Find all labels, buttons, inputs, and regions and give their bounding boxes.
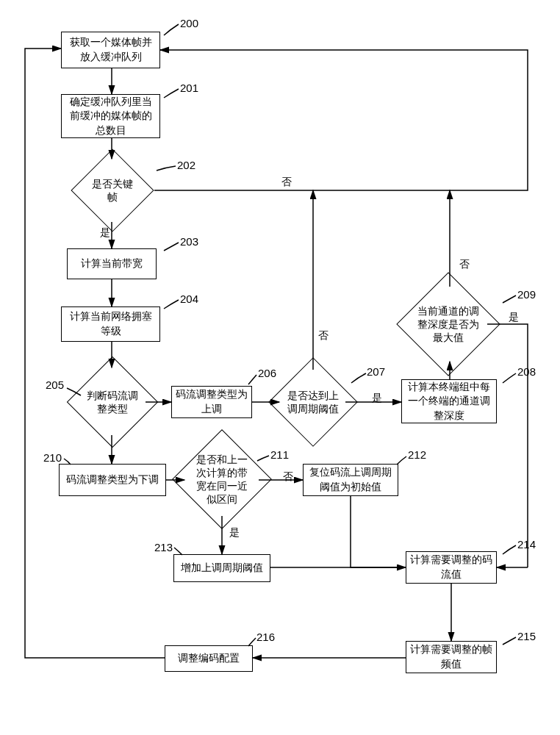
node-215: 计算需要调整的帧频值 <box>406 641 497 673</box>
node-216: 调整编码配置 <box>165 645 253 672</box>
callout-213: 213 <box>154 541 173 553</box>
label-209-no: 否 <box>459 258 470 271</box>
node-213-text: 增加上调周期阈值 <box>181 561 263 576</box>
node-210-text: 码流调整类型为下调 <box>66 473 159 487</box>
callout-209: 209 <box>517 288 536 301</box>
callout-200: 200 <box>180 17 198 29</box>
node-212-text: 复位码流上调周期阈值为初始值 <box>306 465 395 494</box>
label-211-no: 否 <box>283 470 293 484</box>
callout-202: 202 <box>177 159 195 171</box>
node-214: 计算需要调整的码流值 <box>406 551 497 584</box>
flowchart-canvas: 获取一个媒体帧并放入缓冲队列 确定缓冲队列里当前缓冲的媒体帧的总数目 是否关键帧… <box>0 0 560 735</box>
callout-207: 207 <box>367 365 385 378</box>
node-203: 计算当前带宽 <box>67 248 157 279</box>
callout-201: 201 <box>180 82 198 94</box>
node-205-text: 判断码流调整类型 <box>80 389 145 415</box>
node-201: 确定缓冲队列里当前缓冲的媒体帧的总数目 <box>61 94 160 138</box>
callout-216: 216 <box>256 631 275 643</box>
node-215-text: 计算需要调整的帧频值 <box>409 642 493 671</box>
node-216-text: 调整编码配置 <box>178 651 240 666</box>
node-206: 码流调整类型为上调 <box>171 386 252 418</box>
node-201-text: 确定缓冲队列里当前缓冲的媒体帧的总数目 <box>65 95 157 138</box>
node-202-text: 是否关键帧 <box>83 177 142 204</box>
node-208-text: 计算本终端组中每一个终端的通道调整深度 <box>405 380 493 423</box>
node-212: 复位码流上调周期阈值为初始值 <box>303 464 398 496</box>
label-207-no: 否 <box>318 329 329 343</box>
callout-203: 203 <box>180 235 198 248</box>
node-200-text: 获取一个媒体帧并放入缓冲队列 <box>65 35 157 64</box>
node-209-text: 当前通道的调整深度是否为最大值 <box>412 304 485 345</box>
node-202: 是否关键帧 <box>83 161 142 220</box>
node-207: 是否达到上调周期阈值 <box>281 370 345 434</box>
node-207-text: 是否达到上调周期阈值 <box>281 389 345 415</box>
node-211-text: 是否和上一次计算的带宽在同一近似区间 <box>187 453 257 506</box>
callout-210: 210 <box>43 451 62 464</box>
node-211: 是否和上一次计算的带宽在同一近似区间 <box>187 444 257 514</box>
node-200: 获取一个媒体帧并放入缓冲队列 <box>61 32 160 68</box>
node-205: 判断码流调整类型 <box>80 370 145 434</box>
node-204-text: 计算当前网络拥塞等级 <box>65 309 157 338</box>
label-209-yes: 是 <box>509 311 519 324</box>
label-202-no: 否 <box>281 176 292 189</box>
node-213: 增加上调周期阈值 <box>173 554 270 582</box>
callout-208: 208 <box>517 365 536 378</box>
callout-215: 215 <box>517 630 536 642</box>
callout-211: 211 <box>270 448 289 461</box>
label-207-yes: 是 <box>372 392 382 405</box>
callout-205: 205 <box>46 379 64 391</box>
node-203-text: 计算当前带宽 <box>81 257 143 271</box>
callout-212: 212 <box>408 448 426 461</box>
node-204: 计算当前网络拥塞等级 <box>61 306 160 342</box>
node-214-text: 计算需要调整的码流值 <box>409 553 493 581</box>
node-206-text: 码流调整类型为上调 <box>175 387 248 416</box>
node-209: 当前通道的调整深度是否为最大值 <box>412 287 485 361</box>
label-211-yes: 是 <box>229 526 240 539</box>
node-208: 计算本终端组中每一个终端的通道调整深度 <box>401 379 497 423</box>
callout-204: 204 <box>180 293 198 305</box>
callout-206: 206 <box>258 367 276 379</box>
node-210: 码流调整类型为下调 <box>59 464 166 496</box>
label-202-yes: 是 <box>100 226 110 240</box>
callout-214: 214 <box>517 538 536 551</box>
